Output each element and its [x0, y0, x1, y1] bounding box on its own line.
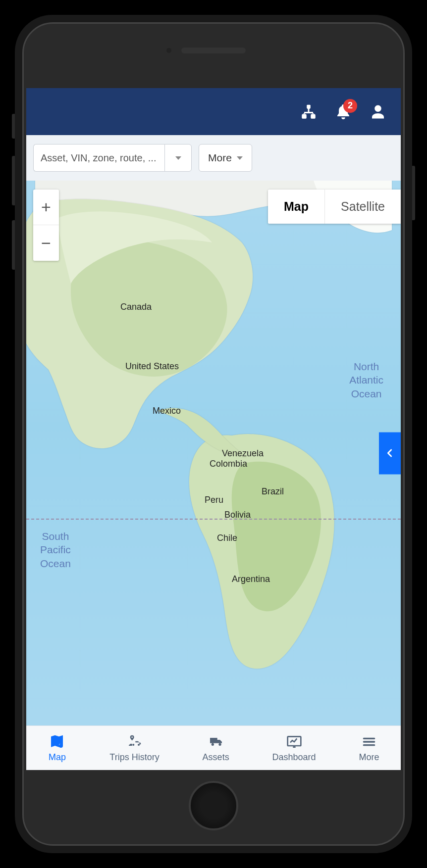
- nav-label: Assets: [203, 752, 229, 763]
- chevron-down-icon: [237, 156, 243, 160]
- dashboard-icon: [285, 734, 304, 750]
- svg-point-3: [59, 744, 63, 748]
- ocean-label-north-atlantic: North Atlantic Ocean: [349, 360, 383, 400]
- hierarchy-icon[interactable]: [300, 103, 318, 121]
- app-screen: 2 Asset, VIN, zone, route, ... More: [26, 88, 401, 770]
- search-input[interactable]: Asset, VIN, zone, route, ...: [33, 144, 164, 172]
- phone-camera: [166, 48, 171, 53]
- phone-speaker: [181, 48, 246, 53]
- map-label-venezuela: Venezuela: [222, 448, 264, 459]
- map-label-chile: Chile: [217, 533, 237, 543]
- notification-badge: 2: [343, 99, 357, 113]
- more-label: More: [208, 152, 232, 164]
- map-label-colombia: Colombia: [210, 459, 247, 469]
- collapse-panel-button[interactable]: [379, 432, 401, 474]
- map-label-bolivia: Bolivia: [224, 510, 251, 520]
- equator-line: [26, 519, 401, 520]
- map-label-mexico: Mexico: [153, 406, 181, 416]
- bottom-nav: Map Trips History Assets Dashboard More: [26, 725, 401, 770]
- phone-side-button: [12, 114, 15, 139]
- phone-body: 2 Asset, VIN, zone, route, ... More: [22, 22, 405, 846]
- svg-rect-2: [311, 114, 316, 118]
- phone-side-button: [412, 166, 415, 220]
- map-label-brazil: Brazil: [262, 486, 284, 497]
- ocean-label-south-pacific: South Pacific Ocean: [40, 530, 71, 570]
- nav-trips-history[interactable]: Trips History: [109, 734, 159, 763]
- svg-rect-0: [307, 104, 311, 108]
- more-filter-button[interactable]: More: [199, 144, 252, 172]
- map-type-toggle: Map Satellite: [268, 190, 401, 224]
- notifications-icon[interactable]: 2: [334, 103, 352, 121]
- zoom-controls: + −: [33, 190, 59, 261]
- phone-frame: 2 Asset, VIN, zone, route, ... More: [15, 15, 412, 853]
- trips-icon: [125, 734, 144, 750]
- app-header: 2: [26, 88, 401, 135]
- nav-label: Map: [49, 752, 66, 763]
- truck-icon: [207, 734, 225, 750]
- phone-home-button[interactable]: [189, 781, 238, 830]
- menu-icon: [360, 734, 378, 750]
- phone-side-button: [12, 220, 15, 270]
- nav-label: More: [359, 752, 379, 763]
- search-combo: Asset, VIN, zone, route, ...: [33, 144, 192, 172]
- map-type-satellite-button[interactable]: Satellite: [325, 190, 401, 224]
- nav-label: Trips History: [109, 752, 159, 763]
- map-canvas[interactable]: Canada United States Mexico Venezuela Co…: [26, 181, 401, 725]
- user-profile-icon[interactable]: [369, 103, 387, 121]
- phone-side-button: [12, 156, 15, 205]
- chevron-left-icon: [384, 448, 395, 459]
- nav-dashboard[interactable]: Dashboard: [272, 734, 316, 763]
- map-label-argentina: Argentina: [232, 574, 270, 584]
- map-type-map-button[interactable]: Map: [268, 190, 325, 224]
- nav-assets[interactable]: Assets: [203, 734, 229, 763]
- svg-rect-1: [302, 114, 307, 118]
- zoom-in-button[interactable]: +: [33, 190, 59, 225]
- nav-more[interactable]: More: [359, 734, 379, 763]
- chevron-down-icon: [175, 156, 181, 160]
- map-label-peru: Peru: [205, 495, 223, 505]
- map-label-canada: Canada: [120, 302, 152, 312]
- nav-label: Dashboard: [272, 752, 316, 763]
- map-label-us: United States: [125, 361, 179, 372]
- search-dropdown-button[interactable]: [164, 144, 192, 172]
- nav-map[interactable]: Map: [48, 734, 66, 763]
- filter-bar: Asset, VIN, zone, route, ... More: [26, 135, 401, 181]
- map-icon: [48, 734, 66, 750]
- zoom-out-button[interactable]: −: [33, 225, 59, 261]
